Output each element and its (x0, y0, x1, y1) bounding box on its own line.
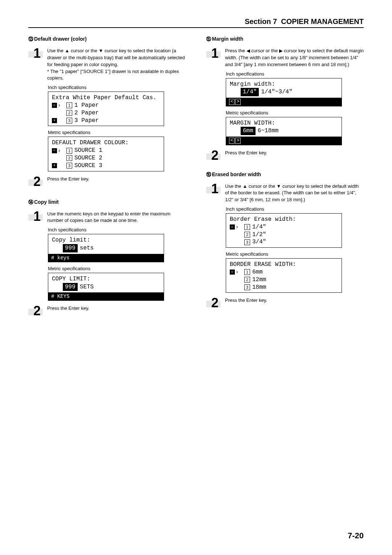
lcd-13-metric: DEFAULT DRAWER COLOUR: ➪›1SOURCE 1 2SOUR… (48, 137, 164, 171)
title-14: Copy limit (34, 199, 59, 205)
s13-step1: 1 Use the ▲ cursor or the ▼ cursor key t… (28, 47, 186, 82)
left-column: ⑬Default drawer (color) 1 Use the ▲ curs… (28, 35, 186, 320)
step-badge: 1 (28, 47, 44, 60)
section-title: COPIER MANAGEMENT (281, 17, 364, 25)
s15-step1: 1 Press the ◀ cursor or the ▶ cursor key… (206, 47, 364, 68)
arrow-right-icon: ➪ (52, 148, 57, 153)
s13-step2: 2 Press the Enter key. (28, 175, 186, 188)
right-arrow-icon: > (235, 99, 241, 105)
right-column: ⑮Margin width 1 Press the ◀ cursor or th… (206, 35, 364, 320)
s13-step1-body: Use the ▲ cursor or the ▼ cursor key to … (47, 47, 186, 82)
section-label: Section 7 (245, 17, 277, 25)
metric-caption: Metric specifications (48, 130, 186, 135)
manual-page: Section 7 COPIER MANAGEMENT ⑬Default dra… (0, 0, 392, 555)
num-15: ⑮ (206, 36, 211, 42)
arrow-right-icon: ➪ (230, 224, 235, 230)
num-13: ⑬ (28, 36, 33, 42)
s16-step2: 2 Press the Enter key. (206, 296, 364, 309)
heading-14: ⑭Copy limit (28, 199, 186, 206)
arrow-right-icon: ➪ (230, 270, 235, 275)
s14-step2: 2 Press the Enter key. (28, 304, 186, 317)
s15-step2: 2 Press the Enter key. (206, 149, 364, 162)
title-13: Default drawer (color) (34, 36, 87, 42)
heading-16: ⑯Erased border width (206, 171, 364, 178)
content-columns: ⑬Default drawer (color) 1 Use the ▲ curs… (28, 35, 364, 320)
inch-caption: Inch specifications (48, 85, 186, 90)
arrow-right-icon: ➪ (52, 103, 57, 108)
title-16: Erased border width (212, 171, 261, 177)
num-14: ⑭ (28, 199, 33, 206)
down-arrow-icon: ▾ (52, 118, 57, 123)
heading-15: ⑮Margin width (206, 36, 364, 42)
lcd-15-inch: Margin width: 1/4"1/4"~3/4" <> (226, 78, 342, 106)
lcd-13-inch: Extra White Paper Default Cas. ➪›11 Pape… (48, 92, 164, 126)
heading-13: ⑬Default drawer (color) (28, 36, 186, 42)
s14-step1: 1 Use the numeric keys on the keypad to … (28, 210, 186, 224)
title-15: Margin width (212, 36, 243, 42)
left-arrow-icon: < (229, 99, 234, 105)
lcd-14-metric: COPY LIMIT: 999SETS # KEYS (48, 273, 164, 301)
section-header: Section 7 COPIER MANAGEMENT (28, 17, 364, 28)
left-arrow-icon: < (229, 138, 234, 143)
page-number: 7-20 (348, 531, 364, 540)
lcd-16-metric: BORDER ERASE WIDTH: ➪›16mm 212mm 318mm (226, 258, 342, 293)
num-16: ⑯ (206, 171, 211, 178)
lcd-15-metric: MARGIN WIDTH: 6mm6~18mm <> (226, 117, 342, 145)
s16-step1: 1 Use the ▲ cursor or the ▼ cursor key t… (206, 182, 364, 204)
down-arrow-icon: ▾ (52, 163, 57, 168)
right-arrow-icon: > (235, 138, 241, 143)
lcd-16-inch: Border Erase width: ➪›11/4" 21/2" 33/4" (226, 213, 342, 248)
lcd-14-inch: Copy limit: 999sets # keys (48, 234, 164, 262)
